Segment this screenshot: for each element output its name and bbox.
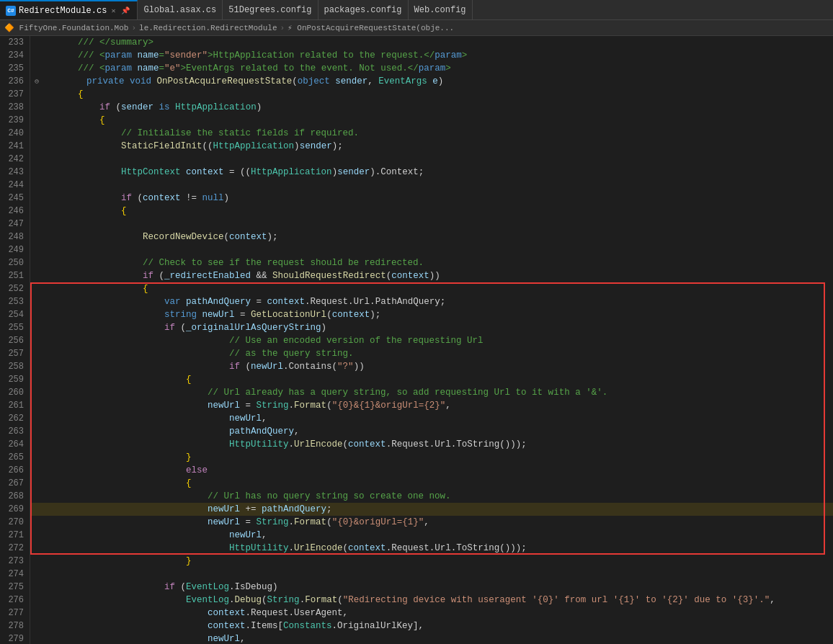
tab-pin-button[interactable]: 📌: [120, 6, 131, 16]
code-area: 233 234 235 236 237 238 239 240 241 242 …: [0, 36, 833, 644]
code-line-265: }: [30, 451, 833, 464]
code-line-271: newUrl,: [30, 529, 833, 542]
tab-close-button[interactable]: ✕: [110, 6, 117, 16]
code-line-244: [30, 179, 833, 192]
code-line-266: else: [30, 464, 833, 477]
code-line-276: EventLog.Debug(String.Format("Redirectin…: [30, 594, 833, 607]
breadcrumb-sep2: ›: [280, 24, 285, 32]
code-line-255: if (_originalUrlAsQueryString): [30, 321, 833, 334]
tab-label: Global.asax.cs: [143, 5, 216, 15]
code-line-246: {: [30, 205, 833, 218]
code-line-237: {: [30, 88, 833, 101]
code-line-268: // Url has no query string so create one…: [30, 490, 833, 503]
code-line-241: StaticFieldInit((HttpApplication)sender)…: [30, 140, 833, 153]
code-line-273: }: [30, 555, 833, 568]
code-line-277: context.Request.UserAgent,: [30, 607, 833, 620]
code-line-236: ⊖ private void OnPostAcquireRequestState…: [30, 75, 833, 88]
line-numbers: 233 234 235 236 237 238 239 240 241 242 …: [0, 36, 30, 644]
code-line-260: // Url already has a query string, so ad…: [30, 386, 833, 399]
code-line-274: [30, 568, 833, 581]
code-line-272: HttpUtility.UrlEncode(context.Request.Ur…: [30, 542, 833, 555]
breadcrumb-namespace: 🔶 FiftyOne.Foundation.Mob: [4, 23, 128, 32]
code-line-235: /// <param name="e">EventArgs related to…: [30, 62, 833, 75]
code-line-234: /// <param name="sender">HttpApplication…: [30, 49, 833, 62]
code-content[interactable]: /// </summary> /// <param name="sender">…: [30, 36, 833, 644]
tab-globalasax[interactable]: Global.asax.cs: [138, 0, 223, 19]
breadcrumb-sep1: ›: [131, 24, 136, 32]
tab-label: 51Degrees.config: [228, 5, 311, 15]
tab-redirectmodule[interactable]: C# RedirectModule.cs ✕ 📌: [0, 0, 138, 19]
code-line-254: string newUrl = GetLocationUrl(context);: [30, 308, 833, 321]
code-line-259: {: [30, 373, 833, 386]
code-line-269: newUrl += pathAndQuery;: [30, 503, 833, 516]
code-line-253: var pathAndQuery = context.Request.Url.P…: [30, 295, 833, 308]
code-line-275: if (EventLog.IsDebug): [30, 581, 833, 594]
code-line-270: newUrl = String.Format("{0}&origUrl={1}"…: [30, 516, 833, 529]
code-line-279: newUrl,: [30, 632, 833, 644]
tab-51degrees[interactable]: 51Degrees.config: [223, 0, 318, 19]
code-line-233: /// </summary>: [30, 36, 833, 49]
code-line-249: [30, 243, 833, 256]
code-line-256: // Use an encoded version of the request…: [30, 334, 833, 347]
code-line-245: if (context != null): [30, 192, 833, 205]
code-line-263: pathAndQuery,: [30, 425, 833, 438]
code-line-262: newUrl,: [30, 412, 833, 425]
tab-label: packages.config: [324, 5, 402, 15]
code-line-267: {: [30, 477, 833, 490]
code-line-264: HttpUtility.UrlEncode(context.Request.Ur…: [30, 438, 833, 451]
cs-icon: C#: [6, 6, 16, 16]
tab-packages[interactable]: packages.config: [318, 0, 409, 19]
code-line-278: context.Items[Constants.OriginalUrlKey],: [30, 620, 833, 632]
tab-bar: C# RedirectModule.cs ✕ 📌 Global.asax.cs …: [0, 0, 833, 20]
code-line-257: // as the query string.: [30, 347, 833, 360]
code-line-252: {: [30, 282, 833, 295]
code-line-250: // Check to see if the request should be…: [30, 256, 833, 269]
code-line-239: {: [30, 114, 833, 127]
breadcrumb-bar: 🔶 FiftyOne.Foundation.Mob › le.Redirecti…: [0, 20, 833, 36]
code-line-258: if (newUrl.Contains("?")): [30, 360, 833, 373]
code-line-261: newUrl = String.Format("{0}&{1}&origUrl=…: [30, 399, 833, 412]
code-line-248: RecordNewDevice(context);: [30, 231, 833, 243]
code-line-251: if (_redirectEnabled && ShouldRequestRed…: [30, 269, 833, 282]
breadcrumb-class: le.Redirection.RedirectModule: [139, 24, 277, 32]
tab-webconfig[interactable]: Web.config: [409, 0, 473, 19]
breadcrumb-method: ⚡ OnPostAcquireRequestState(obje...: [288, 23, 454, 32]
code-line-243: HttpContext context = ((HttpApplication)…: [30, 166, 833, 179]
tab-label: RedirectModule.cs: [19, 6, 107, 16]
tab-label: Web.config: [414, 5, 466, 15]
code-line-242: [30, 153, 833, 166]
code-line-240: // Initialise the static fields if requi…: [30, 127, 833, 140]
code-line-238: if (sender is HttpApplication): [30, 101, 833, 114]
code-line-247: [30, 218, 833, 231]
